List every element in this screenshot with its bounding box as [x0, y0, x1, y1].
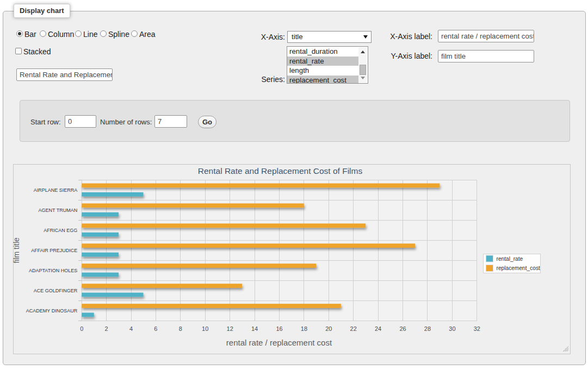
svg-text:replacement_cost: replacement_cost	[497, 265, 541, 271]
svg-text:rental_rate: rental_rate	[497, 256, 523, 262]
svg-text:16: 16	[276, 325, 282, 332]
svg-text:30: 30	[449, 325, 455, 332]
svg-text:rental rate / replacement cost: rental rate / replacement cost	[226, 338, 332, 347]
svg-text:14: 14	[251, 325, 258, 332]
svg-text:2: 2	[105, 325, 108, 332]
svg-text:AGENT TRUMAN: AGENT TRUMAN	[39, 208, 78, 213]
svg-text:AIRPLANE SIERRA: AIRPLANE SIERRA	[34, 187, 78, 193]
svg-text:ACADEMY DINOSAUR: ACADEMY DINOSAUR	[26, 308, 78, 313]
svg-text:4: 4	[129, 325, 133, 332]
svg-text:22: 22	[350, 325, 357, 332]
svg-text:AFFAIR PREJUDICE: AFFAIR PREJUDICE	[31, 248, 77, 253]
svg-text:28: 28	[424, 325, 431, 332]
svg-text:ACE GOLDFINGER: ACE GOLDFINGER	[34, 288, 78, 293]
svg-text:AFRICAN EGG: AFRICAN EGG	[44, 228, 77, 233]
svg-text:6: 6	[154, 325, 157, 332]
svg-text:film title: film title	[13, 237, 21, 264]
svg-text:32: 32	[474, 325, 480, 332]
svg-text:24: 24	[375, 325, 381, 332]
svg-text:0: 0	[80, 325, 83, 332]
svg-text:Rental Rate and Replacement Co: Rental Rate and Replacement Cost of Film…	[198, 166, 363, 175]
svg-text:10: 10	[202, 325, 208, 332]
svg-text:18: 18	[301, 325, 307, 332]
svg-text:ADAPTATION HOLES: ADAPTATION HOLES	[29, 268, 77, 273]
svg-text:20: 20	[325, 325, 332, 332]
svg-text:26: 26	[399, 325, 406, 332]
svg-text:8: 8	[179, 325, 182, 332]
svg-text:12: 12	[227, 325, 233, 332]
